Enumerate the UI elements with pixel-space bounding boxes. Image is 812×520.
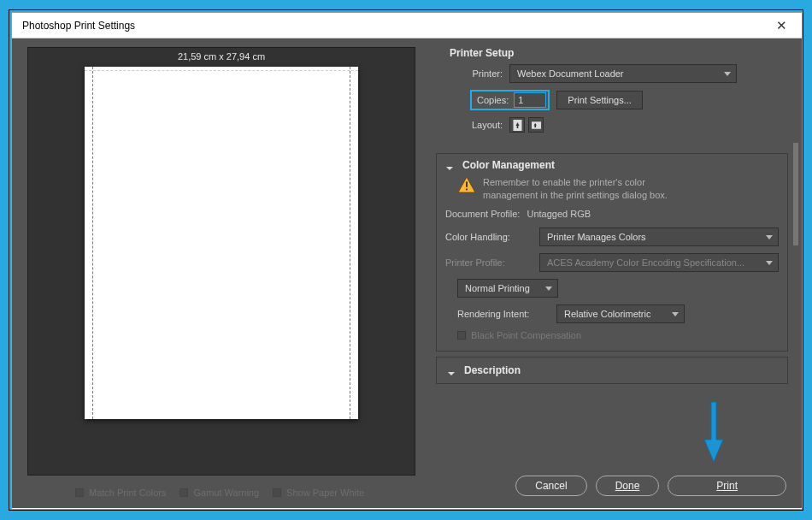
layout-label: Layout: [444,120,503,130]
match-print-colors-checkbox: Match Print Colors [75,488,166,498]
color-management-title: Color Management [462,159,555,171]
done-button[interactable]: Done [596,476,660,496]
rendering-intent-label: Rendering Intent: [457,309,550,319]
printer-profile-select: ACES Academy Color Encoding Specificatio… [539,253,779,272]
rendering-intent-select[interactable]: Relative Colorimetric [556,304,685,323]
show-paper-white-checkbox: Show Paper White [273,488,364,498]
print-settings-window: Photoshop Print Settings ✕ 21,59 cm x 27… [12,13,802,509]
printer-select[interactable]: Webex Document Loader [509,64,737,83]
orientation-portrait-icon[interactable] [509,117,525,133]
window-title: Photoshop Print Settings [22,20,135,32]
document-profile-value: Untagged RGB [527,209,591,219]
gamut-warning-checkbox: Gamut Warning [179,488,259,498]
print-settings-button[interactable]: Print Settings... [556,91,643,109]
black-point-checkbox: Black Point Compensation [457,330,581,340]
cancel-button[interactable]: Cancel [515,476,586,496]
page-dimensions-label: 21,59 cm x 27,94 cm [178,51,265,62]
print-button[interactable]: Print [668,476,786,496]
svg-rect-3 [466,189,468,191]
warning-icon [457,176,476,193]
color-mgmt-warning-text: Remember to enable the printer's color m… [483,176,668,202]
printer-setup-title: Printer Setup [450,47,514,59]
chevron-down-icon[interactable] [447,366,456,375]
copies-input[interactable] [514,92,546,108]
close-icon[interactable]: ✕ [771,18,791,33]
preview-pane: 21,59 cm x 27,94 cm Match Print Colors G… [12,38,431,508]
svg-rect-2 [466,181,468,186]
description-title: Description [464,364,521,376]
document-profile-label: Document Profile: [445,209,520,219]
printer-setup-panel: Printer Setup Printer: Webex Document Lo… [436,47,788,148]
color-handling-label: Color Handling: [445,232,533,242]
print-mode-select[interactable]: Normal Printing [457,279,558,298]
settings-scrollbar[interactable] [793,143,798,329]
copies-field-highlight: Copies: [470,90,550,110]
color-handling-select[interactable]: Printer Manages Colors [539,228,779,246]
printer-profile-label: Printer Profile: [445,257,533,268]
orientation-landscape-icon[interactable] [528,117,544,133]
chevron-down-icon[interactable] [445,161,454,169]
titlebar: Photoshop Print Settings ✕ [12,13,802,38]
color-management-panel: Color Management Remember to enable the … [436,153,788,352]
dialog-footer: Cancel Done Print [515,476,786,496]
page-preview [85,67,358,419]
copies-label: Copies: [477,95,509,105]
printer-label: Printer: [444,68,503,79]
description-panel: Description [436,357,788,384]
